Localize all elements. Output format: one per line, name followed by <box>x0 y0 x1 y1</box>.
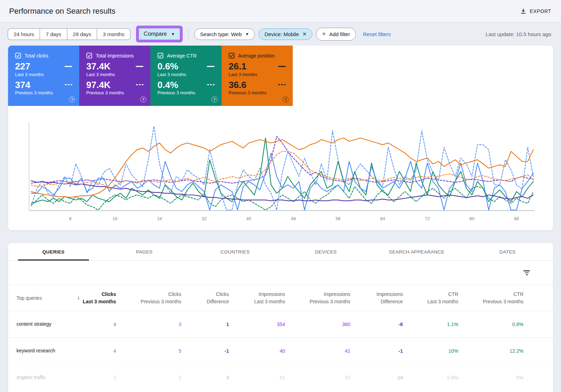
chevron-down-icon: ▼ <box>245 32 249 36</box>
card-last-value: 0.6% <box>157 61 178 72</box>
card-prev-label: Previous 3 months <box>86 90 146 95</box>
card-last-value: 227 <box>15 61 30 72</box>
table-row[interactable]: organic traffic3035137145.9%0% <box>8 364 553 391</box>
card-last-label: Last 3 months <box>157 72 217 77</box>
device-filter-chip[interactable]: Device: Mobile ✕ <box>258 28 312 40</box>
value-cell: 360 <box>285 322 350 327</box>
value-cell: 0% <box>458 375 523 380</box>
series-clicks-previous-3-months <box>31 126 533 210</box>
help-icon[interactable]: ? <box>69 96 75 102</box>
export-label: EXPORT <box>530 8 551 14</box>
row-header-label[interactable]: Top queries <box>16 295 77 301</box>
value-cell: 3 <box>116 322 181 327</box>
search-type-label: Search type: Web <box>200 31 242 37</box>
card-prev-value: 97.4K <box>86 80 110 90</box>
svg-text:32: 32 <box>202 216 207 221</box>
export-button[interactable]: EXPORT <box>520 8 551 14</box>
checkbox-checked-icon[interactable] <box>15 53 21 59</box>
table-body: content strategy431354360-61.1%0.8%keywo… <box>8 311 553 391</box>
card-last-label: Last 3 months <box>229 72 288 77</box>
date-range-28-days[interactable]: 28 days <box>67 28 97 40</box>
column-header-impressions-difference[interactable]: ImpressionsDifference <box>350 291 403 305</box>
query-cell[interactable]: organic traffic <box>16 374 77 381</box>
dimension-tabs: QUERIESPAGESCOUNTRIESDEVICESSEARCH APPEA… <box>8 243 553 261</box>
card-label: Total impressions <box>96 53 134 59</box>
svg-text:72: 72 <box>425 216 430 221</box>
table-row[interactable]: content strategy431354360-61.1%0.8% <box>8 311 553 337</box>
checkbox-checked-icon[interactable] <box>157 53 163 59</box>
compare-annotation-highlight: Compare ▼ <box>136 26 183 42</box>
column-header-clicks-last-3-months[interactable]: ↓ClicksLast 3 months <box>77 291 116 305</box>
total-impressions-card[interactable]: Total impressions 37.4K Last 3 months 97… <box>79 46 150 106</box>
value-cell: -1 <box>350 348 403 354</box>
date-range-24-hours[interactable]: 24 hours <box>8 28 40 40</box>
value-cell: 3 <box>77 375 116 380</box>
table-row[interactable]: keyword research45-14041-110%12.2% <box>8 337 553 364</box>
checkbox-checked-icon[interactable] <box>229 53 235 59</box>
card-prev-label: Previous 3 months <box>15 90 74 95</box>
card-prev-value: 0.4% <box>157 80 178 90</box>
column-header-ctr-last-3-months[interactable]: CTRLast 3 months <box>403 291 458 305</box>
dashed-line-indicator-icon <box>65 84 72 85</box>
card-last-value: 26.1 <box>229 61 246 72</box>
card-prev-value: 374 <box>15 80 30 90</box>
page-title: Performance on Search results <box>9 7 115 16</box>
value-cell: 1 <box>181 322 229 327</box>
reset-filters-link[interactable]: Reset filters <box>363 31 391 37</box>
tab-queries[interactable]: QUERIES <box>8 243 99 261</box>
filter-rows-icon[interactable] <box>523 270 530 275</box>
svg-text:88: 88 <box>514 216 519 221</box>
card-prev-label: Previous 3 months <box>229 90 288 95</box>
svg-text:16: 16 <box>113 216 117 221</box>
help-icon[interactable]: ? <box>140 96 146 102</box>
value-cell: 41 <box>285 348 350 354</box>
card-label: Average CTR <box>167 53 197 59</box>
compare-button[interactable]: Compare ▼ <box>139 28 180 40</box>
tab-search-appearance[interactable]: SEARCH APPEARANCE <box>371 243 462 261</box>
tab-pages[interactable]: PAGES <box>99 243 190 261</box>
dashed-line-indicator-icon <box>278 84 286 85</box>
query-cell[interactable]: keyword research <box>16 347 77 354</box>
value-cell: 5.9% <box>403 375 458 380</box>
checkbox-checked-icon[interactable] <box>86 53 92 59</box>
solid-line-indicator-icon <box>65 66 72 67</box>
card-prev-value: 36.6 <box>229 80 246 90</box>
average-ctr-card[interactable]: Average CTR 0.6% Last 3 months 0.4% Prev… <box>150 46 222 106</box>
performance-line-chart[interactable]: 816243240485664728088 <box>26 120 539 225</box>
help-icon[interactable]: ? <box>283 96 289 102</box>
card-last-value: 37.4K <box>86 61 110 72</box>
close-icon[interactable]: ✕ <box>303 31 307 37</box>
total-clicks-card[interactable]: Total clicks 227 Last 3 months 374 Previ… <box>8 46 79 106</box>
card-label: Average position <box>238 53 275 59</box>
performance-chart-panel: Total clicks 227 Last 3 months 374 Previ… <box>8 46 553 230</box>
date-range-7-days[interactable]: 7 days <box>40 28 67 40</box>
column-header-impressions-last-3-months[interactable]: ImpressionsLast 3 months <box>229 291 285 305</box>
tab-countries[interactable]: COUNTRIES <box>190 243 280 261</box>
value-cell: 14 <box>350 375 403 380</box>
search-type-filter[interactable]: Search type: Web ▼ <box>194 28 255 40</box>
average-position-card[interactable]: Average position 26.1 Last 3 months 36.6… <box>222 46 293 106</box>
value-cell: -6 <box>350 322 403 327</box>
value-cell: 354 <box>229 322 285 327</box>
card-label: Total clicks <box>25 53 48 59</box>
column-header-clicks-previous-3-months[interactable]: ClicksPrevious 3 months <box>116 291 181 305</box>
date-range-group: 24 hours7 days28 days3 months <box>8 28 130 40</box>
value-cell: 1.1% <box>403 322 458 327</box>
column-header-clicks-difference[interactable]: ClicksDifference <box>181 291 229 305</box>
add-filter-button[interactable]: + Add filter <box>316 28 356 41</box>
tab-devices[interactable]: DEVICES <box>280 243 371 261</box>
svg-text:40: 40 <box>246 216 251 221</box>
column-header-impressions-previous-3-months[interactable]: ImpressionsPrevious 3 months <box>285 291 350 305</box>
query-cell[interactable]: content strategy <box>16 320 77 328</box>
date-range-3-months[interactable]: 3 months <box>97 28 130 40</box>
filter-bar: 24 hours7 days28 days3 months Compare ▼ … <box>0 22 561 46</box>
download-icon <box>520 8 526 14</box>
table-toolbar <box>8 261 553 285</box>
column-header-ctr-previous-3-months[interactable]: CTRPrevious 3 months <box>458 291 523 305</box>
tab-dates[interactable]: DATES <box>462 243 553 261</box>
solid-line-indicator-icon <box>278 66 286 67</box>
device-filter-label: Device: Mobile <box>264 31 299 37</box>
help-icon[interactable]: ? <box>211 96 217 102</box>
value-cell: 0.8% <box>458 322 523 327</box>
value-cell: 4 <box>77 322 116 327</box>
